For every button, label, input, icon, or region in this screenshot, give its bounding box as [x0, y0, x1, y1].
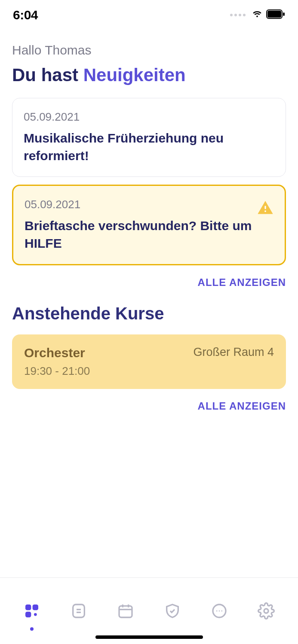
nav-notes[interactable] [66, 594, 92, 628]
show-all-courses-button[interactable]: ALLE ANZEIGEN [198, 400, 286, 412]
news-title: Brieftasche verschwunden? Bitte um HILFE [25, 217, 273, 252]
warning-icon [257, 200, 273, 218]
svg-rect-4 [264, 206, 266, 209]
headline: Du hast Neuigkeiten [12, 65, 286, 85]
svg-point-20 [264, 609, 268, 613]
nav-chat[interactable] [206, 594, 232, 628]
show-all-courses-row: ALLE ANZEIGEN [12, 400, 286, 412]
main-content: Hallo Thomas Du hast Neuigkeiten 05.09.2… [0, 30, 298, 577]
status-bar: 6:04 [0, 0, 298, 30]
greeting-text: Hallo Thomas [12, 43, 286, 58]
svg-point-19 [221, 611, 222, 612]
svg-rect-5 [25, 605, 31, 610]
svg-point-18 [218, 611, 220, 612]
news-card[interactable]: 05.09.2021 Musikalische Früherziehung ne… [12, 98, 286, 177]
news-title: Musikalische Früherziehung neu reformier… [24, 130, 274, 164]
course-card[interactable]: Orchester 19:30 - 21:00 Großer Raum 4 [12, 334, 286, 389]
status-time: 6:04 [13, 8, 38, 22]
nav-active-indicator [30, 627, 34, 631]
bottom-nav [0, 577, 298, 644]
svg-rect-6 [33, 605, 38, 610]
headline-prefix: Du hast [12, 65, 83, 85]
svg-point-8 [34, 613, 37, 616]
battery-icon [266, 9, 285, 21]
svg-rect-9 [73, 605, 85, 617]
nav-home[interactable] [19, 594, 45, 628]
svg-rect-2 [283, 12, 285, 16]
course-time: 19:30 - 21:00 [24, 365, 90, 378]
nav-shield[interactable] [160, 594, 185, 628]
show-all-news-row: ALLE ANZEIGEN [12, 276, 286, 289]
upcoming-section-title: Anstehende Kurse [12, 304, 286, 323]
course-name: Orchester [24, 346, 90, 360]
nav-calendar[interactable] [113, 594, 138, 628]
headline-accent: Neuigkeiten [83, 65, 186, 85]
svg-rect-7 [25, 612, 31, 617]
status-right [230, 9, 285, 21]
svg-rect-1 [267, 11, 281, 18]
home-indicator [95, 635, 203, 639]
svg-rect-12 [119, 606, 132, 617]
svg-point-3 [264, 210, 266, 212]
cellular-dots-icon [230, 14, 246, 16]
show-all-news-button[interactable]: ALLE ANZEIGEN [198, 276, 286, 289]
svg-point-17 [216, 611, 218, 612]
news-card-alert[interactable]: 05.09.2021 Brieftasche verschwunden? Bit… [12, 185, 286, 265]
news-date: 05.09.2021 [24, 110, 274, 124]
wifi-icon [252, 9, 263, 21]
news-date: 05.09.2021 [25, 198, 273, 211]
course-room: Großer Raum 4 [193, 346, 274, 359]
nav-settings[interactable] [253, 594, 279, 628]
